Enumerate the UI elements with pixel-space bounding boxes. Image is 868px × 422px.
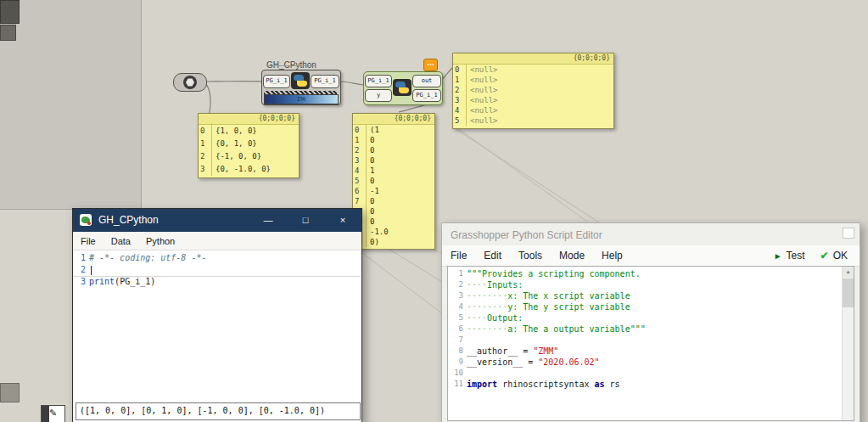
python-icon (393, 79, 412, 96)
code-lines: 1"""Provides a scripting component.2····… (448, 267, 854, 390)
current-line-underline (74, 276, 361, 277)
minimize-button[interactable]: — (249, 209, 287, 232)
test-button[interactable]: ► Test (774, 250, 805, 262)
panel-path-header: {0;0;0;0} (353, 114, 434, 125)
menu-bar: FileDataPython (73, 232, 361, 250)
menu-item-edit[interactable]: Edit (475, 250, 510, 262)
window-title: Grasshopper Python Script Editor (451, 229, 602, 241)
panel-row: 6-1 (353, 186, 434, 196)
code-line: 3print(PG_i_1) (74, 276, 361, 288)
code-line: 6········a: The a output variable""" (448, 324, 854, 335)
code-editor[interactable]: 1# -*- coding: utf-8 -*-23print(PG_i_1) (74, 250, 361, 399)
warning-balloon-icon[interactable]: … (423, 59, 438, 71)
panel-row: 80 (353, 206, 434, 217)
data-panel-vectors[interactable]: {0;0;0;0} 0{1, 0, 0}1{0, 1, 0}2{-1, 0, 0… (198, 113, 300, 178)
code-line: 10 (448, 368, 854, 379)
grasshopper-canvas: {0;0;0;0} 0{1, 0, 0}1{0, 1, 0}2{-1, 0, 0… (0, 0, 868, 422)
panel-row: -1.0 (353, 227, 434, 237)
code-line: 11import rhinoscriptsyntax as rs (448, 379, 854, 390)
scroll-up-icon[interactable]: ▴ (843, 267, 854, 278)
panel-row: 1{0, 1, 0} (199, 138, 299, 150)
pencil-icon: ✎ (49, 408, 57, 418)
code-line: 1"""Provides a scripting component. (448, 268, 854, 279)
code-line: 9__version__ = "2020.06.02" (448, 357, 854, 368)
taskbar-icon-strip (42, 406, 49, 422)
panel-row: 0(1 (353, 125, 434, 135)
panel-row: 3{0, -1.0, 0} (199, 163, 299, 176)
code-line: 8__author__ = "ZMM" (448, 346, 854, 357)
input-port-pg-i-1[interactable]: PG_i_1 (365, 75, 392, 87)
data-panel-nulls[interactable]: {0;0;0;0} 0<null>1<null>2<null>3<null>4<… (452, 53, 614, 129)
title-bar[interactable]: Grasshopper Python Script Editor (442, 223, 860, 245)
menu-bar: FileEditToolsModeHelp ► Test ✔ OK (442, 245, 860, 267)
gh-cpython-window: GH_CPython — □ × FileDataPython 1# -*- c… (72, 208, 362, 422)
output-port-out[interactable]: out (412, 75, 441, 87)
panel-row: 41 (353, 166, 434, 176)
panel-path-header: {0;0;0;0} (453, 53, 613, 65)
panel-row: 30 (353, 155, 434, 166)
maximize-button[interactable]: □ (287, 209, 324, 232)
toolbar-tile-small-icon[interactable] (0, 25, 16, 41)
input-port-pg-i-1[interactable]: PG_i_1 (263, 75, 290, 88)
gh-cpython-component[interactable]: PG_i_1 PG_i_1 1% (261, 70, 341, 105)
output-port-pg-i-1[interactable]: PG_i_1 (311, 75, 339, 88)
panel-row: 90 (353, 217, 434, 227)
python-script-editor-window: Grasshopper Python Script Editor FileEdi… (441, 222, 860, 422)
ok-button[interactable]: ✔ OK (820, 250, 848, 262)
ghpython-script-component[interactable]: PG_i_1 y out PG_i_1 (363, 71, 443, 105)
text-caret (91, 266, 92, 275)
output-port-pg-i-1[interactable]: PG_i_1 (412, 89, 441, 102)
code-line: 2····Inputs: (448, 279, 854, 290)
menu-item-data[interactable]: Data (104, 236, 138, 246)
panel-row: 20 (353, 145, 434, 155)
panel-row: 1<null> (453, 75, 613, 85)
title-bar[interactable]: GH_CPython — □ × (73, 209, 361, 232)
panel-row: 70 (353, 196, 434, 206)
close-button[interactable]: × (324, 209, 361, 232)
menu-item-help[interactable]: Help (593, 250, 631, 262)
param-component[interactable] (173, 73, 207, 92)
editor-taskbar-icon[interactable]: ✎ (41, 405, 65, 422)
code-lines: 1# -*- coding: utf-8 -*-23print(PG_i_1) (74, 250, 361, 288)
menu-item-tools[interactable]: Tools (510, 250, 551, 262)
panel-body: 0<null>1<null>2<null>3<null>4<null>5<nul… (453, 65, 613, 126)
python-icon (291, 72, 310, 89)
action-buttons: ► Test ✔ OK (774, 250, 860, 262)
corner-widget-icon[interactable] (0, 383, 20, 402)
code-line: 4········y: The y script variable (448, 301, 854, 312)
menu-item-python[interactable]: Python (138, 236, 182, 246)
panel-row: 5<null> (453, 115, 613, 126)
panel-row: 2{-1, 0, 0} (199, 150, 299, 163)
ok-button-label: OK (833, 250, 848, 262)
panel-body: 0{1, 0, 0}1{0, 1, 0}2{-1, 0, 0}3{0, -1.0… (199, 125, 299, 176)
grasshopper-app-icon (80, 214, 92, 226)
menu-item-file[interactable]: File (442, 250, 475, 262)
toolbar-tile-icon[interactable] (0, 0, 20, 24)
progress-label: 1% (297, 96, 305, 102)
progress-bar: 1% (264, 94, 339, 104)
window-title: GH_CPython (98, 214, 159, 226)
menu-item-mode[interactable]: Mode (551, 250, 593, 262)
panel-body: 0(110203041506-1708090-1.00) (353, 125, 434, 247)
code-line: 1# -*- coding: utf-8 -*- (74, 252, 361, 264)
menu-item-file[interactable]: File (73, 236, 104, 246)
panel-row: 0) (353, 237, 434, 247)
hexagon-icon (183, 76, 197, 89)
panel-row: 4<null> (453, 105, 613, 115)
code-line: 5····Output: (448, 312, 854, 324)
code-line: 2 (74, 264, 361, 276)
scrollbar-thumb[interactable] (843, 279, 854, 307)
panel-row: 50 (353, 176, 434, 186)
test-button-label: Test (787, 250, 805, 262)
panel-row: 0{1, 0, 0} (199, 125, 299, 138)
panel-row: 10 (353, 135, 434, 145)
panel-path-header: {0;0;0;0} (199, 114, 299, 125)
data-panel-matrix[interactable]: {0;0;0;0} 0(110203041506-1708090-1.00) (352, 113, 435, 250)
menu-items: FileEditToolsModeHelp (442, 250, 631, 262)
code-editor[interactable]: 1"""Provides a scripting component.2····… (447, 266, 854, 421)
code-line: 3········x: The x script variable (448, 290, 854, 301)
scrollbar[interactable]: ▴ (842, 267, 854, 420)
input-port-y[interactable]: y (365, 89, 392, 102)
gh-cpython-component-label: GH_CPython (266, 60, 316, 70)
panel-row: 2<null> (453, 85, 613, 95)
